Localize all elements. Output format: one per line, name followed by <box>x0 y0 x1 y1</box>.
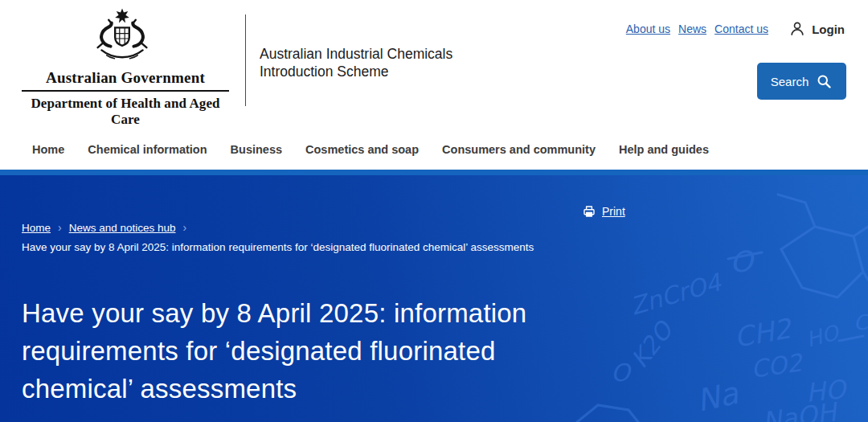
main-navigation: Home Chemical information Business Cosme… <box>0 129 868 170</box>
formula-o-2: O <box>611 358 632 387</box>
site-title: Australian Industrial Chemicals Introduc… <box>260 45 452 80</box>
formula-na: Na <box>694 375 742 419</box>
nav-item-chemical-information[interactable]: Chemical information <box>88 143 207 156</box>
formula-ho-2: HO <box>805 374 850 408</box>
utility-links: About us News Contact us <box>626 23 768 35</box>
logo-divider-rule <box>22 90 229 92</box>
formula-co2: CO2 <box>749 348 805 383</box>
about-us-link[interactable]: About us <box>626 23 670 35</box>
site-title-line2: Introduction Scheme <box>260 63 452 80</box>
government-logo-line2: Department of Health and Aged Care <box>22 96 229 128</box>
breadcrumb-separator-icon: › <box>183 221 187 234</box>
news-link[interactable]: News <box>678 23 706 35</box>
person-icon <box>788 20 806 38</box>
login-button[interactable]: Login <box>788 20 845 38</box>
login-label: Login <box>812 23 845 36</box>
hero-banner: ZnCrO4 O CH2 CO2 K2O Na HO HO NaOH O CH … <box>0 175 868 422</box>
printer-icon <box>582 204 596 219</box>
nav-item-help-and-guides[interactable]: Help and guides <box>619 143 709 156</box>
print-label: Print <box>602 205 625 218</box>
formula-ch2: CH2 <box>731 312 795 354</box>
formula-ho-1: HO <box>804 320 843 352</box>
page-title: Have your say by 8 April 2025: informati… <box>22 294 592 408</box>
formula-zncro4: ZnCrO4 <box>627 268 725 321</box>
breadcrumb-home-link[interactable]: Home <box>22 222 51 234</box>
contact-us-link[interactable]: Contact us <box>714 23 768 35</box>
site-header: Australian Government Department of Heal… <box>0 0 868 129</box>
formula-naoh: NaOH <box>760 396 841 422</box>
nav-item-home[interactable]: Home <box>32 143 64 156</box>
nav-item-business[interactable]: Business <box>231 143 282 156</box>
formula-k2o: K2O <box>625 315 679 374</box>
print-link[interactable]: Print <box>582 204 625 219</box>
breadcrumb-separator-icon: › <box>58 221 62 234</box>
breadcrumb-current-page: Have your say by 8 April 2025: informati… <box>22 239 536 256</box>
formula-o: O <box>730 245 755 278</box>
government-logo-line1: Australian Government <box>22 69 229 87</box>
search-button[interactable]: Search <box>757 63 846 100</box>
formula-ch: CH <box>854 310 868 334</box>
government-logo-text: Australian Government Department of Heal… <box>22 69 229 128</box>
nav-item-consumers-and-community[interactable]: Consumers and community <box>442 143 596 156</box>
search-icon <box>816 73 833 90</box>
search-button-label: Search <box>771 75 809 88</box>
accent-strip <box>0 170 868 175</box>
breadcrumb: Home›News and notices hub› Have your say… <box>22 219 536 256</box>
header-vertical-divider <box>245 14 246 106</box>
breadcrumb-news-hub-link[interactable]: News and notices hub <box>69 222 176 234</box>
site-title-line1: Australian Industrial Chemicals <box>260 45 452 63</box>
australian-coat-of-arms <box>82 6 162 71</box>
nav-item-cosmetics-and-soap[interactable]: Cosmetics and soap <box>305 143 419 156</box>
